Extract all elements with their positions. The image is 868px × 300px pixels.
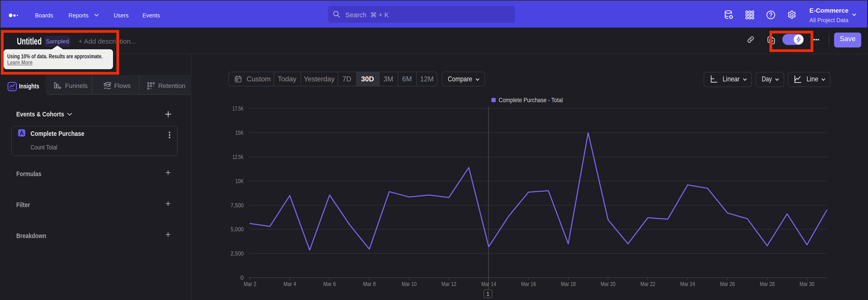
svg-text:Mar 8: Mar 8: [363, 280, 376, 287]
svg-text:Mar 24: Mar 24: [680, 280, 695, 287]
svg-text:Mar 30: Mar 30: [800, 280, 814, 287]
svg-text:2,500: 2,500: [230, 250, 244, 257]
svg-text:Mar 12: Mar 12: [441, 280, 456, 287]
svg-text:5,000: 5,000: [230, 226, 244, 233]
svg-text:10K: 10K: [235, 178, 244, 184]
svg-text:Mar 22: Mar 22: [640, 280, 655, 287]
svg-text:Mar 18: Mar 18: [561, 280, 576, 287]
svg-text:1: 1: [486, 291, 489, 297]
svg-text:7,500: 7,500: [230, 202, 244, 209]
svg-text:Mar 28: Mar 28: [760, 280, 775, 287]
svg-text:15K: 15K: [235, 129, 244, 136]
svg-text:Mar 26: Mar 26: [720, 280, 735, 287]
svg-text:12.5K: 12.5K: [232, 153, 244, 160]
svg-text:0: 0: [241, 274, 244, 281]
svg-text:Complete Purchase - Total: Complete Purchase - Total: [499, 96, 563, 103]
svg-text:Mar 14: Mar 14: [481, 280, 496, 287]
svg-text:Mar 10: Mar 10: [402, 280, 416, 287]
svg-text:Mar 20: Mar 20: [600, 280, 616, 287]
svg-text:Mar 6: Mar 6: [323, 280, 336, 287]
svg-text:Mar 2: Mar 2: [244, 280, 256, 287]
svg-text:17.5K: 17.5K: [232, 105, 244, 112]
svg-text:Mar 16: Mar 16: [521, 280, 536, 287]
svg-text:Mar 4: Mar 4: [283, 280, 296, 287]
